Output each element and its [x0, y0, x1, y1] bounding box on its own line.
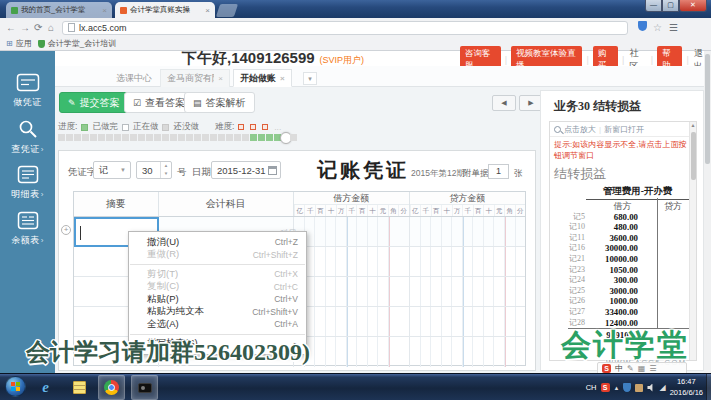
- language-indicator[interactable]: CH: [586, 383, 597, 392]
- progress-square[interactable]: [162, 134, 169, 141]
- forward-icon[interactable]: →: [20, 18, 30, 37]
- debit-cell[interactable]: [294, 307, 409, 336]
- progress-square[interactable]: [170, 134, 177, 141]
- context-menu-item[interactable]: 粘贴为纯文本 Ctrl+Shift+V: [129, 306, 306, 319]
- taskbar-chrome[interactable]: [98, 375, 125, 400]
- home-icon[interactable]: ⌂: [48, 18, 54, 37]
- progress-square[interactable]: [66, 134, 73, 141]
- attach-count-input[interactable]: 1: [488, 164, 509, 179]
- action-center-icon[interactable]: [635, 384, 643, 392]
- taskbar-recorder[interactable]: [131, 375, 158, 400]
- volume-icon[interactable]: [647, 384, 655, 392]
- progress-square[interactable]: [242, 134, 249, 141]
- tab-close-icon[interactable]: ×: [102, 6, 107, 15]
- new-window-link[interactable]: 新窗口打开: [604, 124, 644, 135]
- voucher-date-input[interactable]: 2015-12-31: [211, 161, 281, 179]
- keyboard-icon[interactable]: ▦: [638, 364, 646, 373]
- credit-cell[interactable]: [410, 277, 525, 306]
- browser-tab-home[interactable]: 我的首页_会计学堂 ×: [6, 2, 112, 18]
- scroll-up-icon[interactable]: ▲: [690, 122, 696, 128]
- context-menu-item[interactable]: 剪切(T) Ctrl+X: [129, 268, 306, 281]
- credit-cell[interactable]: [410, 247, 525, 276]
- settings-icon[interactable]: ☰: [649, 364, 656, 373]
- minimize-button[interactable]: —: [645, 0, 662, 12]
- progress-square[interactable]: [114, 134, 121, 141]
- progress-square[interactable]: [258, 134, 265, 141]
- progress-square[interactable]: [266, 134, 273, 141]
- progress-square[interactable]: [282, 134, 289, 141]
- number-stepper[interactable]: ▲▼: [160, 162, 171, 178]
- show-desktop-button[interactable]: [706, 374, 711, 400]
- answer-analysis-button[interactable]: ▤ 答案解析: [184, 92, 255, 113]
- progress-square[interactable]: [218, 134, 225, 141]
- debit-cell[interactable]: [294, 277, 409, 306]
- calendar-icon[interactable]: [268, 166, 277, 175]
- start-button[interactable]: [5, 376, 26, 397]
- network-icon[interactable]: ◢: [659, 384, 665, 392]
- progress-square[interactable]: [130, 134, 137, 141]
- tab-course-center[interactable]: 选课中心: [110, 69, 158, 87]
- security-shield-icon[interactable]: [638, 18, 647, 37]
- progress-square[interactable]: [138, 134, 145, 141]
- bookmark-star-icon[interactable]: ☆: [653, 18, 662, 37]
- progress-square[interactable]: [234, 134, 241, 141]
- browser-tab-active[interactable]: 会计学堂真账实操 ×: [115, 2, 215, 18]
- new-tab-button[interactable]: [216, 4, 238, 17]
- progress-square[interactable]: [202, 134, 209, 141]
- maximize-button[interactable]: ▢: [662, 0, 679, 12]
- debit-cell[interactable]: [294, 337, 409, 367]
- context-menu-item[interactable]: [130, 264, 305, 265]
- credit-cell[interactable]: [410, 307, 525, 336]
- tab-company[interactable]: 金马商贸有限公司×: [160, 69, 230, 87]
- context-menu-item[interactable]: [130, 334, 305, 335]
- taskbar-notes[interactable]: [66, 375, 93, 400]
- tab-close-icon[interactable]: ×: [280, 74, 285, 83]
- context-menu-item[interactable]: 复制(C) Ctrl+C: [129, 281, 306, 294]
- pen-icon[interactable]: ✎: [627, 364, 634, 373]
- sidebar-item-search-voucher[interactable]: 查凭证›: [0, 115, 55, 161]
- security-tray-icon[interactable]: [623, 383, 631, 392]
- sogou-icon[interactable]: S: [602, 364, 611, 373]
- sidebar-item-make-voucher[interactable]: 做凭证: [0, 51, 55, 115]
- credit-cell[interactable]: [410, 217, 525, 246]
- progress-square[interactable]: [154, 134, 161, 141]
- menu-icon[interactable]: ☰: [669, 18, 678, 37]
- progress-square[interactable]: [250, 134, 257, 141]
- voucher-number-input[interactable]: 30 ▲▼: [136, 161, 172, 179]
- bookmark-item[interactable]: 会计学堂_会计培训: [38, 38, 116, 49]
- progress-square[interactable]: [186, 134, 193, 141]
- progress-square[interactable]: [122, 134, 129, 141]
- url-input[interactable]: lx.acc5.com: [62, 21, 628, 35]
- debit-cell[interactable]: [294, 247, 409, 276]
- page-scrollbar-thumb[interactable]: [705, 54, 710, 164]
- taskbar-ie[interactable]: e: [32, 375, 59, 400]
- progress-square[interactable]: [290, 134, 297, 141]
- close-button[interactable]: ✕: [679, 0, 707, 12]
- progress-square[interactable]: [106, 134, 113, 141]
- reload-icon[interactable]: ⟳: [34, 18, 42, 37]
- progress-square[interactable]: [98, 134, 105, 141]
- submit-answer-button[interactable]: ✎ 提交答案: [59, 92, 129, 113]
- tab-close-icon[interactable]: ×: [218, 74, 223, 83]
- context-menu-item[interactable]: 重做(R) Ctrl+Shift+Z: [129, 249, 306, 262]
- progress-squares[interactable]: [58, 134, 297, 141]
- progress-square[interactable]: [74, 134, 81, 141]
- credit-cell[interactable]: [410, 337, 525, 367]
- tab-start-accounting[interactable]: 开始做账×: [233, 69, 292, 87]
- progress-square[interactable]: [194, 134, 201, 141]
- sogou-tray-icon[interactable]: S: [601, 383, 610, 392]
- zoom-link[interactable]: 点击放大: [564, 124, 596, 135]
- apps-bookmark[interactable]: ⊞ 应用: [6, 38, 32, 49]
- scrollbar-thumb[interactable]: [691, 132, 696, 180]
- prev-business-button[interactable]: ◀: [492, 95, 516, 111]
- progress-square[interactable]: [90, 134, 97, 141]
- chinese-mode-icon[interactable]: 中: [615, 364, 623, 373]
- debit-cell[interactable]: [294, 217, 409, 246]
- tab-dropdown-button[interactable]: ▾: [303, 72, 317, 85]
- progress-square[interactable]: [178, 134, 185, 141]
- progress-square[interactable]: [210, 134, 217, 141]
- add-row-icon[interactable]: +: [61, 225, 71, 235]
- context-menu-item[interactable]: 撤消(U) Ctrl+Z: [129, 236, 306, 249]
- progress-square[interactable]: [226, 134, 233, 141]
- progress-square[interactable]: [146, 134, 153, 141]
